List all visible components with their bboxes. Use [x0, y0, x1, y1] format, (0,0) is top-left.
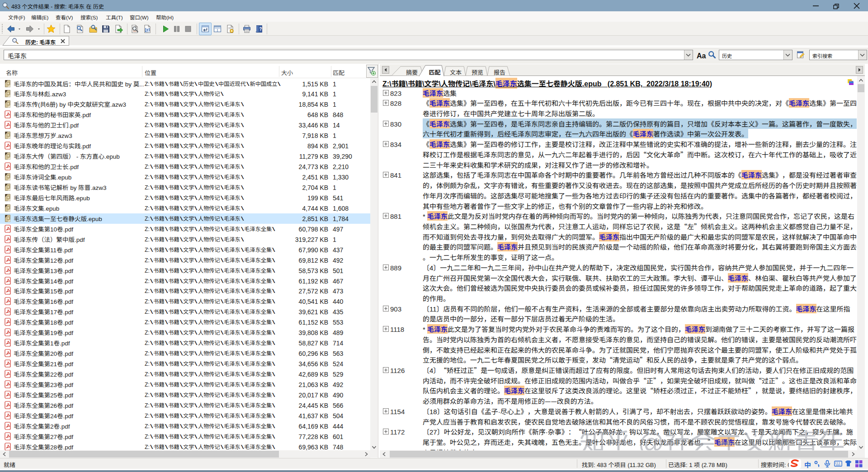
- svg-text:?: ?: [259, 27, 262, 32]
